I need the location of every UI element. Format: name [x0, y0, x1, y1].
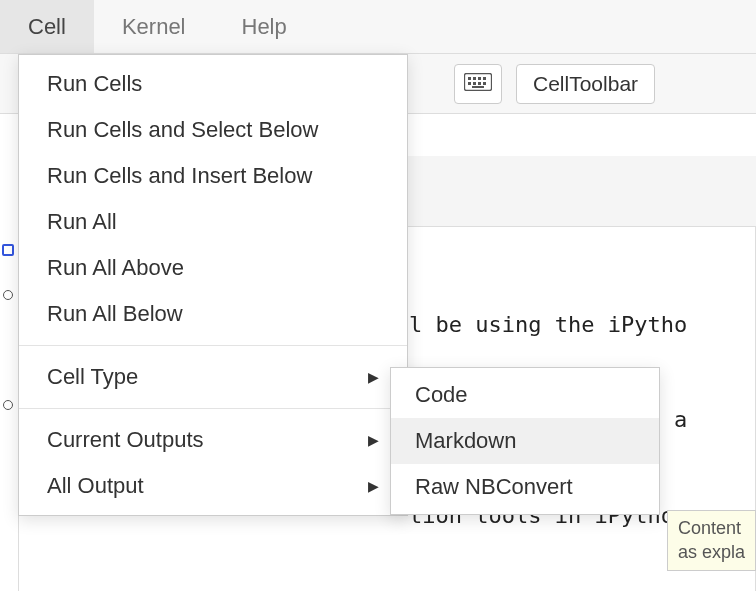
menu-item-label: Current Outputs — [47, 427, 204, 453]
prompt-marker — [2, 244, 14, 256]
menu-run-cells-select-below[interactable]: Run Cells and Select Below — [19, 107, 407, 153]
menu-item-label: All Output — [47, 473, 144, 499]
menu-cell[interactable]: Cell — [0, 0, 94, 53]
menu-item-label: Run Cells and Insert Below — [47, 163, 312, 189]
cell-gutter — [0, 156, 18, 591]
svg-rect-8 — [483, 82, 486, 85]
menu-item-label: Cell Type — [47, 364, 138, 390]
menu-run-all[interactable]: Run All — [19, 199, 407, 245]
keyboard-button[interactable] — [454, 64, 502, 104]
menu-current-outputs[interactable]: Current Outputs ▶ — [19, 417, 407, 463]
tooltip-line: Content — [678, 517, 745, 540]
menubar: Cell Kernel Help — [0, 0, 756, 54]
menu-run-all-above[interactable]: Run All Above — [19, 245, 407, 291]
svg-rect-9 — [472, 86, 484, 88]
chevron-right-icon: ▶ — [368, 478, 379, 494]
menu-help[interactable]: Help — [214, 0, 315, 53]
menu-item-label: Run All Below — [47, 301, 183, 327]
keyboard-icon — [464, 72, 492, 96]
menu-all-output[interactable]: All Output ▶ — [19, 463, 407, 509]
svg-rect-6 — [473, 82, 476, 85]
submenu-markdown[interactable]: Markdown — [391, 418, 659, 464]
menu-run-cells[interactable]: Run Cells — [19, 61, 407, 107]
svg-rect-5 — [468, 82, 471, 85]
menu-item-label: Run Cells — [47, 71, 142, 97]
svg-rect-3 — [478, 77, 481, 80]
gutter-circle-icon — [3, 290, 13, 300]
svg-rect-4 — [483, 77, 486, 80]
menu-run-all-below[interactable]: Run All Below — [19, 291, 407, 337]
cell-toolbar-button[interactable]: CellToolbar — [516, 64, 655, 104]
cell-type-submenu: Code Markdown Raw NBConvert — [390, 367, 660, 515]
menu-kernel[interactable]: Kernel — [94, 0, 214, 53]
tooltip-line: as expla — [678, 541, 745, 564]
chevron-right-icon: ▶ — [368, 369, 379, 385]
gutter-circle-icon — [3, 400, 13, 410]
submenu-raw-nbconvert[interactable]: Raw NBConvert — [391, 464, 659, 510]
menu-item-label: Run All Above — [47, 255, 184, 281]
cell-dropdown: Run Cells Run Cells and Select Below Run… — [18, 54, 408, 516]
menu-divider — [19, 345, 407, 346]
svg-rect-1 — [468, 77, 471, 80]
svg-rect-7 — [478, 82, 481, 85]
svg-rect-2 — [473, 77, 476, 80]
menu-cell-type[interactable]: Cell Type ▶ — [19, 354, 407, 400]
chevron-right-icon: ▶ — [368, 432, 379, 448]
menu-item-label: Run All — [47, 209, 117, 235]
tooltip: Content as expla — [667, 510, 756, 571]
submenu-code[interactable]: Code — [391, 372, 659, 418]
menu-divider — [19, 408, 407, 409]
menu-item-label: Run Cells and Select Below — [47, 117, 318, 143]
menu-run-cells-insert-below[interactable]: Run Cells and Insert Below — [19, 153, 407, 199]
